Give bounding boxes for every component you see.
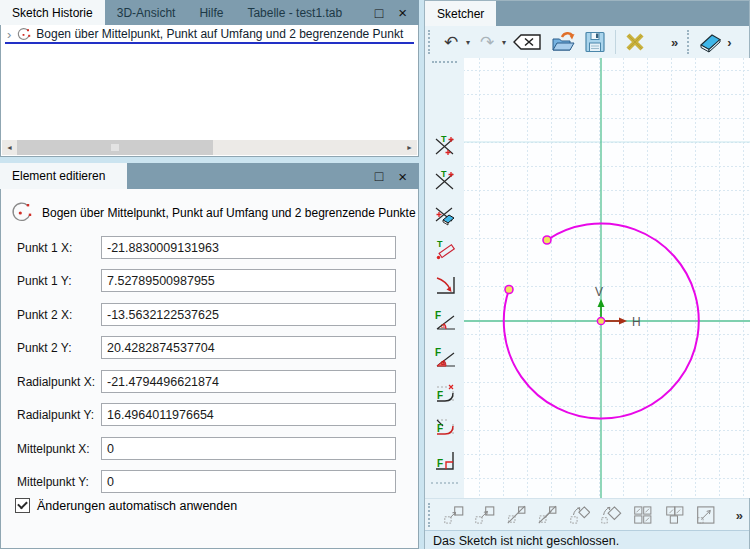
fix-angle-icon[interactable]: F a	[433, 309, 457, 333]
field-input-punkt-2-x[interactable]	[101, 303, 396, 326]
maximize-icon[interactable]: □	[375, 169, 383, 183]
scrollbar-thumb[interactable]	[17, 140, 213, 155]
h-axis-label: H	[632, 315, 641, 329]
v-axis-label: V	[595, 285, 603, 299]
close-icon[interactable]: ×	[398, 169, 407, 184]
field-input-mittelpunkt-x[interactable]	[101, 437, 396, 460]
field-input-radialpunkt-y[interactable]	[101, 403, 396, 426]
next-group-chevron[interactable]: ›	[727, 35, 731, 50]
backspace-button[interactable]	[510, 28, 544, 56]
chevron-down-icon: ▾	[502, 38, 506, 47]
close-icon[interactable]: ×	[398, 5, 407, 20]
field-row: Punkt 2 Y:	[1, 336, 418, 359]
tab-element-editieren[interactable]: Element editieren	[0, 163, 127, 189]
toolbar-overflow[interactable]: »	[736, 508, 743, 523]
history-list: › Bogen über Mittelpunkt, Punkt auf Umfa…	[0, 25, 419, 157]
tab-hilfe[interactable]: Hilfe	[187, 0, 235, 25]
scale-icon[interactable]	[695, 503, 717, 527]
rotate-copy-icon[interactable]	[569, 503, 591, 527]
history-tabbar: Sketch Historie 3D-Ansicht Hilfe Tabelle…	[0, 0, 419, 25]
horizontal-scrollbar[interactable]: ◄ ►	[2, 140, 417, 155]
trim-element-icon[interactable]: T	[433, 168, 457, 192]
stretch-copy-icon[interactable]	[506, 503, 528, 527]
arc-endpoint-1[interactable]	[505, 286, 513, 294]
sketch-canvas-svg[interactable]: V H	[464, 58, 750, 498]
scroll-right-icon[interactable]: ►	[402, 140, 417, 155]
scrollbar-grip	[111, 144, 119, 151]
tangent-constraint-icon[interactable]: T	[433, 238, 457, 262]
tab-sketch-historie[interactable]: Sketch Historie	[0, 0, 105, 25]
delete-segment-icon[interactable]	[433, 203, 457, 227]
field-row: Punkt 1 Y:	[1, 269, 418, 292]
field-input-radialpunkt-x[interactable]	[101, 370, 396, 393]
arc-endpoint-2[interactable]	[543, 236, 551, 244]
tab-label: Sketcher	[437, 7, 484, 21]
tab-label: Sketch Historie	[12, 6, 93, 20]
trim-two-elements-icon[interactable]: T	[433, 133, 457, 157]
sketcher-toolbar: ↶ ▾ ↷ ▾	[425, 26, 749, 59]
tab-sketcher[interactable]: Sketcher	[425, 1, 496, 26]
scroll-left-icon[interactable]: ◄	[2, 140, 17, 155]
corner-trim-icon[interactable]	[433, 273, 457, 297]
element-type-label: Bogen über Mittelpunkt, Punkt auf Umfang…	[42, 206, 416, 220]
field-input-mittelpunkt-y[interactable]	[101, 470, 396, 493]
history-item-arc[interactable]: › Bogen über Mittelpunkt, Punkt auf Umfa…	[3, 27, 416, 41]
toolbar-grip[interactable]	[428, 503, 435, 527]
tab-tabelle-test1[interactable]: Tabelle - test1.tab	[235, 0, 354, 25]
field-input-punkt-1-x[interactable]	[101, 236, 396, 259]
field-input-punkt-2-y[interactable]	[101, 336, 396, 359]
stretch-icon[interactable]	[537, 503, 559, 527]
eraser-button[interactable]	[697, 28, 725, 56]
sketch-canvas[interactable]: V H	[464, 58, 750, 498]
expand-arrow-icon[interactable]: ›	[7, 28, 11, 41]
toolbar-overflow[interactable]: »	[671, 35, 678, 50]
field-label: Punkt 2 X:	[17, 308, 72, 322]
field-row: Radialpunkt X:	[1, 370, 418, 393]
fix-right-angle-icon[interactable]: F	[433, 449, 457, 473]
toolbar-grip[interactable]	[432, 61, 457, 63]
fix-fillet-radius-icon[interactable]: F	[433, 414, 457, 438]
element-type-row: Bogen über Mittelpunkt, Punkt auf Umfang…	[9, 201, 416, 224]
backspace-icon	[512, 33, 542, 51]
tab-3d-ansicht[interactable]: 3D-Ansicht	[105, 0, 188, 25]
fix-angle-filled-icon[interactable]: F a	[433, 346, 457, 370]
move-copy-icon[interactable]	[443, 503, 465, 527]
array-icon[interactable]	[664, 503, 686, 527]
field-input-punkt-1-y[interactable]	[101, 269, 396, 292]
delete-element-button[interactable]	[621, 28, 649, 56]
auto-apply-checkbox[interactable]	[15, 498, 30, 513]
auto-apply-row: Änderungen automatisch anwenden	[15, 498, 237, 513]
save-button[interactable]	[580, 28, 610, 56]
toolbar-separator	[431, 482, 458, 484]
field-row: Mittelpunkt X:	[1, 437, 418, 460]
element-edit-panel: Element editieren □ × Bogen über Mittelp…	[0, 163, 419, 549]
sketcher-tabbar: Sketcher	[425, 1, 749, 26]
toolbar-grip[interactable]	[428, 30, 435, 54]
undo-button[interactable]: ↶	[438, 28, 464, 56]
move-icon[interactable]	[474, 503, 496, 527]
field-label: Radialpunkt X:	[17, 375, 95, 389]
editor-title: Element editieren	[12, 169, 105, 183]
open-button[interactable]	[548, 28, 580, 56]
field-row: Radialpunkt Y:	[1, 403, 418, 426]
origin-point[interactable]	[597, 317, 604, 324]
editor-body: Bogen über Mittelpunkt, Punkt auf Umfang…	[0, 189, 419, 549]
arc-icon	[9, 201, 34, 224]
undo-dropdown[interactable]: ▾	[464, 28, 474, 56]
redo-button[interactable]: ↷	[474, 28, 500, 56]
editor-window-buttons: □ ×	[375, 163, 407, 189]
sketch-history-panel: Sketch Historie 3D-Ansicht Hilfe Tabelle…	[0, 0, 419, 157]
maximize-icon[interactable]: □	[375, 6, 383, 20]
svg-text:F: F	[437, 423, 443, 434]
array-copy-icon[interactable]	[632, 503, 654, 527]
field-label: Punkt 1 Y:	[17, 274, 72, 288]
svg-text:F: F	[437, 390, 443, 401]
transform-toolbar: »	[425, 498, 749, 531]
field-label: Mittelpunkt Y:	[17, 475, 89, 489]
field-row: Punkt 2 X:	[1, 303, 418, 326]
fix-fillet-icon[interactable]: F	[433, 381, 457, 405]
delete-x-icon	[624, 31, 646, 53]
redo-dropdown[interactable]: ▾	[500, 28, 510, 56]
toolbar-grip[interactable]	[687, 30, 694, 54]
rotate-icon[interactable]	[600, 503, 622, 527]
